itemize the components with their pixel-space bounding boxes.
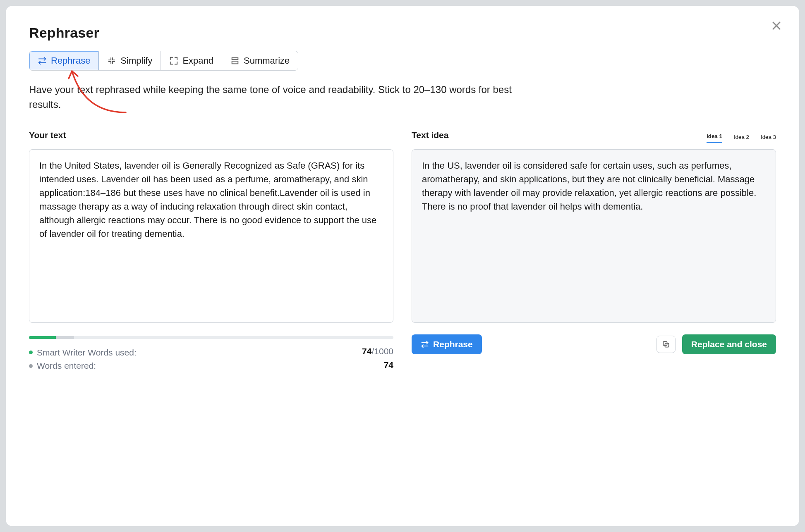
mode-description: Have your text rephrased while keeping t…: [29, 82, 525, 112]
tab-simplify-label: Simplify: [120, 55, 152, 66]
svg-rect-5: [232, 61, 238, 64]
replace-and-close-label: Replace and close: [691, 339, 767, 349]
your-text-label: Your text: [29, 130, 66, 140]
words-entered-label: Words entered:: [37, 361, 96, 371]
left-column: Your text Smart Writer Words used: 74/10…: [29, 130, 393, 373]
modal-title: Rephraser: [29, 25, 776, 41]
close-button[interactable]: [769, 18, 784, 34]
simplify-icon: [107, 56, 116, 65]
words-entered-value: 74: [384, 360, 393, 370]
idea-tab-3[interactable]: Idea 3: [761, 133, 776, 143]
your-text-input[interactable]: [29, 149, 393, 323]
rephraser-modal: Rephraser Rephrase Simplify Expand Summa…: [6, 6, 799, 526]
smart-writer-words-value: 74/1000: [362, 346, 393, 356]
tab-expand[interactable]: Expand: [161, 51, 222, 70]
tab-rephrase-label: Rephrase: [51, 55, 90, 66]
tab-expand-label: Expand: [182, 55, 213, 66]
progress-bar: [29, 336, 393, 339]
dot-gray-icon: [29, 364, 33, 368]
rephrase-icon: [38, 56, 47, 65]
summarize-icon: [230, 56, 240, 65]
rephrase-button[interactable]: Rephrase: [412, 334, 482, 354]
close-icon: [771, 26, 782, 33]
idea-tab-1[interactable]: Idea 1: [707, 133, 722, 143]
idea-tabs: Idea 1 Idea 2 Idea 3: [707, 133, 776, 143]
text-idea-output: In the US, lavender oil is considered sa…: [412, 149, 776, 323]
expand-icon: [169, 56, 178, 65]
replace-and-close-button[interactable]: Replace and close: [682, 334, 776, 354]
copy-icon: [662, 340, 670, 348]
tab-rephrase[interactable]: Rephrase: [29, 51, 99, 70]
mode-tabbar: Rephrase Simplify Expand Summarize: [29, 51, 298, 71]
dot-green-icon: [29, 351, 33, 354]
text-idea-label: Text idea: [412, 130, 448, 140]
right-column: Text idea Idea 1 Idea 2 Idea 3 In the US…: [412, 130, 776, 354]
tab-simplify[interactable]: Simplify: [99, 51, 161, 70]
idea-tab-2[interactable]: Idea 2: [734, 133, 749, 143]
smart-writer-words-label: Smart Writer Words used:: [37, 348, 137, 358]
tab-summarize-label: Summarize: [244, 55, 290, 66]
rephrase-icon: [421, 340, 429, 348]
copy-button[interactable]: [656, 336, 676, 353]
svg-rect-4: [232, 58, 238, 60]
tab-summarize[interactable]: Summarize: [222, 51, 298, 70]
rephrase-button-label: Rephrase: [433, 339, 473, 349]
